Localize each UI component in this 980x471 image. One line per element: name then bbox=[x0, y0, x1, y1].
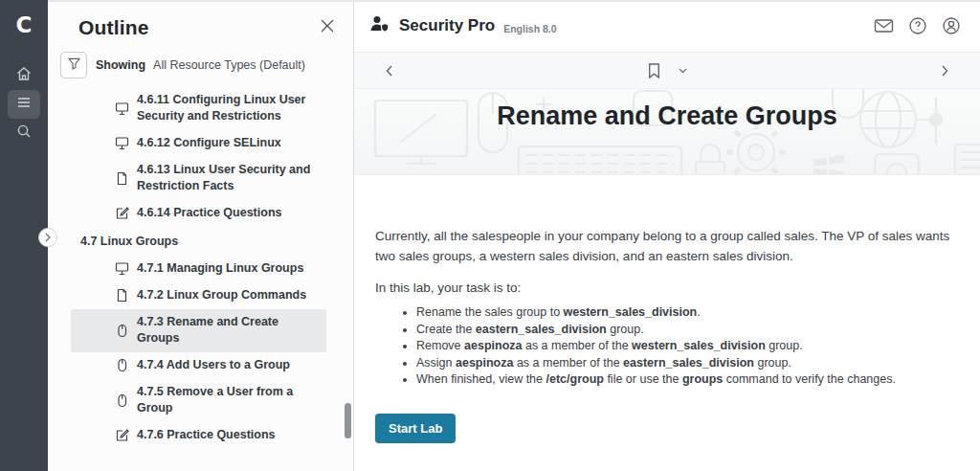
task-text: file or use the bbox=[604, 372, 682, 386]
outline-item[interactable]: 4.7.5 Remove a User from a Group bbox=[71, 379, 326, 422]
outline-item[interactable]: 4.6.13 Linux User Security and Restricti… bbox=[71, 157, 326, 200]
account-button[interactable] bbox=[942, 16, 961, 35]
outline-item-label: 4.7.6 Practice Questions bbox=[137, 427, 276, 443]
outline-item-label: 4.6.11 Configuring Linux User Security a… bbox=[137, 92, 323, 124]
outline-item-label: 4.7.4 Add Users to a Group bbox=[137, 357, 290, 373]
outline-item[interactable]: 4.7.4 Add Users to a Group bbox=[71, 352, 326, 379]
outline-menu-button[interactable] bbox=[8, 90, 40, 119]
outline-item[interactable]: 4.7.6 Practice Questions bbox=[71, 422, 326, 447]
filter-button[interactable] bbox=[60, 52, 87, 78]
task-text: Create the bbox=[416, 323, 476, 336]
task-item: Remove aespinoza as a member of the west… bbox=[416, 338, 955, 355]
outline-item-label: 4.7.2 Linux Group Commands bbox=[137, 287, 306, 303]
task-text: western_sales_division bbox=[632, 339, 766, 352]
task-text: /etc/group bbox=[546, 372, 604, 386]
home-icon bbox=[15, 65, 33, 86]
next-button[interactable] bbox=[937, 62, 953, 79]
window-top-edge bbox=[48, 0, 980, 2]
bookmark-button[interactable] bbox=[645, 60, 663, 81]
help-button[interactable] bbox=[908, 16, 927, 35]
lab-icon bbox=[115, 358, 129, 372]
start-lab-button[interactable]: Start Lab bbox=[375, 414, 456, 443]
outline-scrollbar-thumb[interactable] bbox=[345, 403, 351, 438]
close-outline-button[interactable] bbox=[319, 17, 336, 38]
menu-icon bbox=[15, 94, 33, 115]
task-text: . bbox=[697, 305, 700, 319]
task-text: western_sales_division bbox=[564, 305, 698, 319]
task-text: command to verify the changes. bbox=[723, 372, 896, 386]
task-text: groups bbox=[682, 372, 723, 386]
outline-item-label: 4.6.14 Practice Questions bbox=[137, 205, 281, 221]
task-text: as a member of the bbox=[513, 356, 623, 370]
outline-item[interactable]: 4.6.11 Configuring Linux User Security a… bbox=[71, 87, 326, 130]
outline-title: Outline bbox=[78, 16, 149, 39]
outline-panel: Outline Showing All Resource Types (Defa… bbox=[48, 0, 354, 471]
outline-item-label: 4.7 Linux Groups bbox=[80, 234, 178, 250]
outline-item[interactable]: 4.6.14 Practice Questions bbox=[71, 200, 326, 227]
app-logo[interactable]: C bbox=[0, 4, 48, 46]
task-item: Rename the sales group to western_sales_… bbox=[416, 304, 955, 322]
task-item: Assign aespinoza as a member of the east… bbox=[416, 355, 955, 372]
task-text: group. bbox=[754, 356, 791, 370]
task-text: eastern_sales_division bbox=[476, 323, 607, 336]
outline-item[interactable]: 4.7.3 Rename and Create Groups bbox=[71, 309, 326, 352]
outline-section[interactable]: 4.7 Linux Groups bbox=[71, 229, 326, 256]
monitor-icon bbox=[115, 261, 129, 276]
search-button[interactable] bbox=[8, 119, 40, 147]
document-icon bbox=[115, 171, 129, 186]
task-text: When finished, view the bbox=[416, 372, 546, 386]
outline-item-label: 4.6.12 Configure SELinux bbox=[137, 135, 281, 151]
task-list: Rename the sales group to western_sales_… bbox=[375, 304, 955, 389]
outline-item-label: 4.6.13 Linux User Security and Restricti… bbox=[137, 162, 323, 194]
task-item: When finished, view the /etc/group file … bbox=[416, 371, 955, 389]
lab-instructions: Currently, all the salespeople in your c… bbox=[354, 175, 980, 443]
task-text: Assign bbox=[416, 356, 456, 370]
practice-icon bbox=[115, 428, 129, 442]
document-icon bbox=[115, 288, 129, 303]
app-header: Security Pro English 8.0 bbox=[354, 0, 980, 53]
panel-collapse-toggle[interactable] bbox=[38, 228, 57, 247]
task-text: Remove bbox=[416, 339, 464, 352]
monitor-icon bbox=[115, 136, 129, 150]
funnel-icon bbox=[67, 56, 81, 75]
outline-item[interactable]: 4.6.12 Configure SELinux bbox=[71, 130, 326, 157]
outline-item-label: 4.7.3 Rename and Create Groups bbox=[137, 314, 323, 347]
task-text: eastern_sales_division bbox=[623, 356, 754, 370]
outline-item-label: 4.7.1 Managing Linux Groups bbox=[137, 260, 303, 277]
bookmark-caret-button[interactable] bbox=[676, 65, 690, 77]
security-pro-logo-icon bbox=[369, 14, 390, 37]
task-intro-text: In this lab, your task is to: bbox=[375, 278, 955, 298]
task-item: Create the eastern_sales_division group. bbox=[416, 322, 955, 339]
task-text: group. bbox=[607, 323, 644, 336]
outline-item-label: 4.7.5 Remove a User from a Group bbox=[137, 384, 323, 416]
monitor-icon bbox=[115, 101, 129, 116]
app-version: English 8.0 bbox=[503, 23, 556, 34]
resource-filter: Showing All Resource Types (Default) bbox=[60, 52, 338, 78]
outline-item[interactable]: 4.7.1 Managing Linux Groups bbox=[71, 256, 326, 282]
lesson-banner: Rename and Create Groups bbox=[354, 89, 980, 175]
previous-button[interactable] bbox=[381, 62, 397, 79]
messages-button[interactable] bbox=[874, 17, 894, 34]
filter-value: All Resource Types (Default) bbox=[153, 58, 305, 72]
main-area: Security Pro English 8.0 bbox=[354, 0, 980, 471]
task-text: as a member of the bbox=[522, 339, 632, 352]
task-text: aespinoza bbox=[456, 356, 513, 370]
chevron-right-icon bbox=[44, 229, 52, 246]
page-title: Rename and Create Groups bbox=[354, 101, 980, 131]
app-title: Security Pro bbox=[399, 16, 495, 35]
scenario-text: Currently, all the salespeople in your c… bbox=[375, 226, 951, 266]
close-icon bbox=[321, 19, 334, 36]
task-text: Rename the sales group to bbox=[416, 305, 564, 319]
home-button[interactable] bbox=[8, 61, 40, 90]
lab-icon bbox=[115, 324, 129, 338]
task-text: aespinoza bbox=[464, 339, 522, 352]
search-icon bbox=[15, 123, 33, 144]
brand: Security Pro English 8.0 bbox=[369, 14, 557, 37]
practice-icon bbox=[115, 206, 129, 220]
lab-icon bbox=[115, 393, 129, 408]
outline-list: 4.6.11 Configuring Linux User Security a… bbox=[48, 87, 353, 447]
lesson-toolbar bbox=[354, 53, 980, 89]
outline-item[interactable]: 4.7.2 Linux Group Commands bbox=[71, 282, 326, 309]
showing-label: Showing bbox=[96, 58, 145, 72]
task-text: group. bbox=[766, 339, 803, 352]
